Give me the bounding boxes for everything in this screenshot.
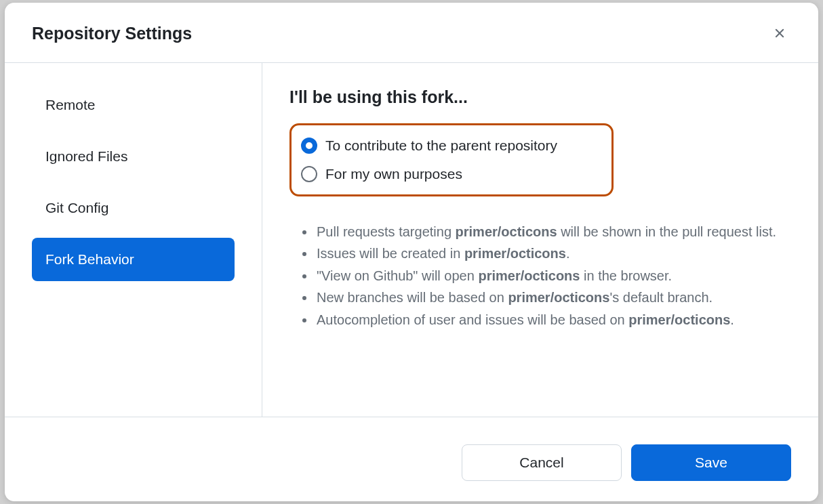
description-item: Issues will be created in primer/octicon… xyxy=(315,243,791,264)
repo-name: primer/octicons xyxy=(456,224,557,239)
fork-behavior-description-list: Pull requests targeting primer/octicons … xyxy=(289,221,791,331)
sidebar-item-label: Git Config xyxy=(45,200,108,215)
sidebar-item-label: Remote xyxy=(45,97,96,112)
radio-label: For my own purposes xyxy=(325,166,462,182)
save-button[interactable]: Save xyxy=(631,444,791,481)
sidebar-item-label: Ignored Files xyxy=(45,148,127,164)
repository-settings-modal: Repository Settings Remote Ignored Files… xyxy=(5,3,818,501)
radio-indicator xyxy=(301,166,317,182)
radio-option-contribute-parent[interactable]: To contribute to the parent repository xyxy=(301,135,601,156)
repo-name: primer/octicons xyxy=(464,246,566,261)
sidebar-item-ignored-files[interactable]: Ignored Files xyxy=(32,135,235,178)
description-item: Autocompletion of user and issues will b… xyxy=(315,309,791,331)
sidebar-item-fork-behavior[interactable]: Fork Behavior xyxy=(32,238,235,281)
radio-indicator-selected xyxy=(301,138,317,154)
repo-name: primer/octicons xyxy=(478,268,580,283)
modal-header: Repository Settings xyxy=(5,3,818,63)
sidebar-item-git-config[interactable]: Git Config xyxy=(32,186,235,230)
radio-label: To contribute to the parent repository xyxy=(325,138,557,154)
fork-usage-radio-group: To contribute to the parent repository F… xyxy=(289,123,614,196)
radio-option-own-purposes[interactable]: For my own purposes xyxy=(301,163,601,185)
close-icon xyxy=(772,26,787,41)
sidebar-item-remote[interactable]: Remote xyxy=(32,83,235,127)
repo-name: primer/octicons xyxy=(508,290,609,305)
description-item: Pull requests targeting primer/octicons … xyxy=(315,221,791,243)
modal-footer: Cancel Save xyxy=(5,417,818,501)
description-item: "View on Github" will open primer/octico… xyxy=(315,265,791,287)
close-button[interactable] xyxy=(768,22,791,45)
cancel-button[interactable]: Cancel xyxy=(462,444,622,481)
repo-name: primer/octicons xyxy=(628,312,730,327)
modal-body: Remote Ignored Files Git Config Fork Beh… xyxy=(5,63,818,417)
sidebar-item-label: Fork Behavior xyxy=(45,251,134,267)
modal-title: Repository Settings xyxy=(32,24,192,43)
settings-content: I'll be using this fork... To contribute… xyxy=(262,63,818,417)
fork-usage-heading: I'll be using this fork... xyxy=(289,87,791,107)
description-item: New branches will be based on primer/oct… xyxy=(315,287,791,308)
settings-sidebar: Remote Ignored Files Git Config Fork Beh… xyxy=(5,63,262,417)
